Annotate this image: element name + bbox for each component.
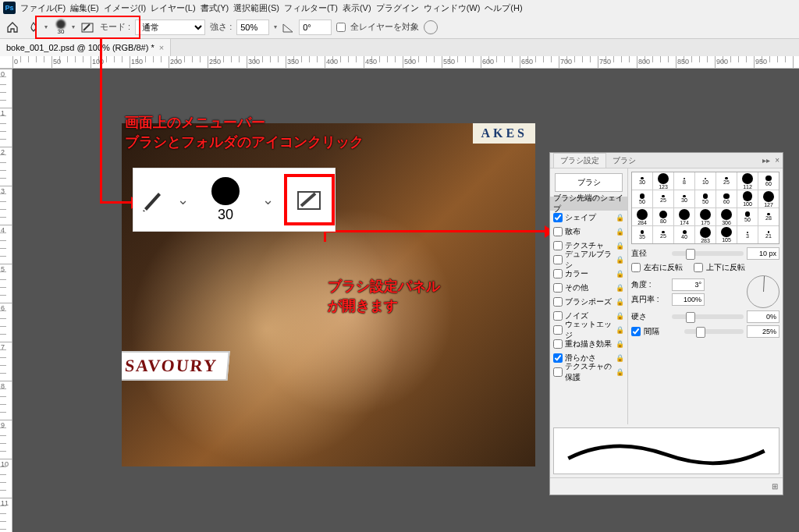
lock-icon[interactable]: 🔒 bbox=[616, 312, 624, 320]
brush-preset-preview[interactable]: 30 bbox=[52, 19, 69, 36]
blend-mode-select[interactable]: 通常 bbox=[135, 20, 205, 35]
option-checkbox[interactable] bbox=[553, 311, 563, 321]
spacing-checkbox[interactable] bbox=[631, 327, 641, 336]
brush-preset[interactable]: 80 bbox=[653, 208, 673, 225]
brush-option-row[interactable]: 重ね描き効果🔒 bbox=[550, 337, 627, 351]
menu-edit[interactable]: 編集(E) bbox=[70, 2, 99, 14]
option-checkbox[interactable] bbox=[553, 353, 563, 363]
lock-icon[interactable]: 🔒 bbox=[616, 284, 624, 292]
hardness-value[interactable]: 0% bbox=[747, 310, 779, 323]
brush-preset[interactable]: 28 bbox=[758, 208, 779, 225]
brush-option-row[interactable]: デュアルブラシ🔒 bbox=[550, 253, 627, 267]
menu-view[interactable]: 表示(V) bbox=[343, 2, 371, 14]
menu-select[interactable]: 選択範囲(S) bbox=[233, 2, 279, 14]
menu-type[interactable]: 書式(Y) bbox=[201, 2, 229, 14]
close-icon[interactable]: × bbox=[159, 43, 164, 52]
brush-preset[interactable]: 100 bbox=[737, 190, 758, 207]
brush-preset[interactable]: 175 bbox=[695, 208, 716, 225]
brush-preset[interactable]: 123 bbox=[653, 172, 673, 190]
brush-preset[interactable]: 35 bbox=[632, 226, 652, 243]
menu-plugin[interactable]: プラグイン bbox=[376, 2, 419, 14]
flip-x-checkbox[interactable] bbox=[631, 263, 641, 272]
new-preset-icon[interactable]: ⊞ bbox=[772, 482, 778, 491]
brush-preset[interactable]: 8 bbox=[674, 172, 694, 190]
option-checkbox[interactable] bbox=[553, 241, 563, 250]
lock-icon[interactable]: 🔒 bbox=[616, 256, 624, 264]
option-checkbox[interactable] bbox=[553, 255, 563, 264]
brush-preset[interactable]: 50 bbox=[632, 190, 652, 207]
spacing-slider[interactable] bbox=[684, 329, 744, 334]
brush-preset[interactable]: 60 bbox=[716, 190, 737, 207]
panel-collapse-icon[interactable]: ▸▸ bbox=[762, 156, 770, 165]
brush-preset[interactable]: 10 bbox=[695, 172, 716, 190]
brush-preset[interactable]: 25 bbox=[716, 172, 737, 190]
lock-icon[interactable]: 🔒 bbox=[616, 368, 624, 376]
diameter-value[interactable]: 10 px bbox=[747, 247, 779, 260]
option-checkbox[interactable] bbox=[553, 227, 563, 236]
diameter-slider[interactable] bbox=[672, 251, 744, 256]
brush-option-row[interactable]: テクスチャの保護🔒 bbox=[550, 365, 627, 379]
angle-value[interactable]: 3° bbox=[672, 278, 705, 291]
option-checkbox[interactable] bbox=[553, 283, 563, 293]
brush-tip-shape[interactable]: ブラシ先端のシェイプ bbox=[550, 197, 627, 211]
brush-preset[interactable]: 40 bbox=[674, 226, 694, 243]
brush-option-row[interactable]: ブラシポーズ🔒 bbox=[550, 295, 627, 309]
panel-tab-brush[interactable]: ブラシ bbox=[606, 154, 642, 168]
blur-tool-icon[interactable] bbox=[25, 19, 42, 36]
brush-preset[interactable]: 50 bbox=[695, 190, 716, 207]
lock-icon[interactable]: 🔒 bbox=[616, 228, 624, 236]
document-tab[interactable]: boke_001_02.psd @ 100% (RGB/8#) * × bbox=[0, 39, 171, 56]
lock-icon[interactable]: 🔒 bbox=[616, 214, 624, 222]
brush-option-row[interactable]: シェイプ🔒 bbox=[550, 211, 627, 225]
brush-preset[interactable]: 127 bbox=[758, 190, 779, 207]
close-icon[interactable]: × bbox=[775, 156, 779, 165]
brush-preset[interactable]: 174 bbox=[674, 208, 694, 225]
angle-input[interactable] bbox=[299, 20, 332, 35]
option-checkbox[interactable] bbox=[553, 297, 563, 307]
brush-preset[interactable]: 30 bbox=[632, 172, 652, 190]
panel-tab-brush-settings[interactable]: ブラシ設定 bbox=[553, 153, 606, 168]
chevron-down-icon[interactable]: ▾ bbox=[44, 23, 48, 30]
strength-input[interactable] bbox=[236, 20, 269, 35]
brush-preset[interactable]: 306 bbox=[716, 208, 737, 225]
home-icon[interactable] bbox=[5, 20, 20, 35]
brush-preset[interactable]: 30 bbox=[674, 190, 694, 207]
menu-filter[interactable]: フィルター(T) bbox=[284, 2, 338, 14]
brush-button[interactable]: ブラシ bbox=[555, 173, 623, 192]
lock-icon[interactable]: 🔒 bbox=[616, 340, 624, 348]
brush-option-row[interactable]: ウェットエッジ🔒 bbox=[550, 323, 627, 337]
menu-file[interactable]: ファイル(F) bbox=[20, 2, 66, 14]
pressure-icon[interactable] bbox=[424, 20, 438, 34]
brush-preset[interactable]: 283 bbox=[695, 226, 716, 243]
menu-help[interactable]: ヘルプ(H) bbox=[485, 2, 522, 14]
brush-preset[interactable]: 25 bbox=[653, 190, 673, 207]
brush-option-row[interactable]: その他🔒 bbox=[550, 281, 627, 295]
lock-icon[interactable]: 🔒 bbox=[616, 326, 624, 334]
roundness-value[interactable]: 100% bbox=[672, 293, 705, 306]
option-checkbox[interactable] bbox=[553, 367, 563, 377]
option-checkbox[interactable] bbox=[553, 325, 563, 335]
brush-preset[interactable]: 112 bbox=[737, 172, 758, 190]
brush-preset[interactable]: 60 bbox=[758, 172, 779, 190]
brush-preset[interactable]: 284 bbox=[632, 208, 652, 225]
hardness-slider[interactable] bbox=[672, 314, 744, 319]
option-checkbox[interactable] bbox=[553, 269, 563, 278]
lock-icon[interactable]: 🔒 bbox=[616, 354, 624, 362]
brush-preset[interactable]: 25 bbox=[653, 226, 673, 243]
brush-preset[interactable]: 21 bbox=[758, 226, 779, 243]
option-checkbox[interactable] bbox=[553, 213, 563, 222]
flip-y-checkbox[interactable] bbox=[694, 263, 703, 272]
menu-layer[interactable]: レイヤー(L) bbox=[151, 2, 195, 14]
lock-icon[interactable]: 🔒 bbox=[616, 270, 624, 278]
option-checkbox[interactable] bbox=[553, 339, 563, 349]
chevron-down-icon[interactable]: ▾ bbox=[274, 23, 277, 30]
lock-icon[interactable]: 🔒 bbox=[616, 242, 624, 250]
menu-image[interactable]: イメージ(I) bbox=[104, 2, 146, 14]
brush-preset[interactable]: 105 bbox=[716, 226, 737, 243]
spacing-value[interactable]: 25% bbox=[747, 325, 779, 338]
brush-preset[interactable]: 50 bbox=[737, 208, 758, 225]
menu-window[interactable]: ウィンドウ(W) bbox=[424, 2, 481, 14]
angle-wheel[interactable] bbox=[747, 275, 779, 308]
brush-panel-toggle-icon[interactable] bbox=[80, 20, 95, 35]
brush-preset-grid[interactable]: 3012381025112605025305060100127284801741… bbox=[631, 172, 779, 244]
